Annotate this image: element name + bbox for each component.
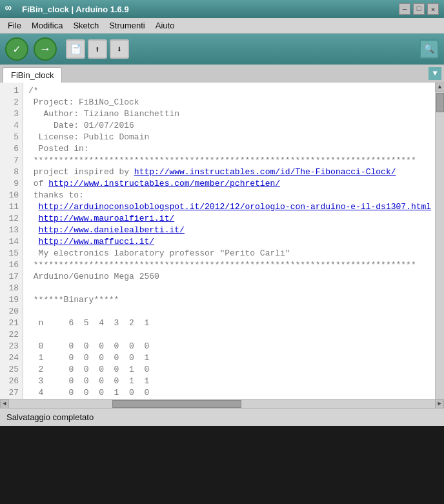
save-button[interactable]: ⬇	[110, 39, 129, 59]
menu-strumenti[interactable]: Strumenti	[104, 19, 150, 32]
new-button[interactable]: 📄	[66, 39, 85, 59]
menu-aiuto[interactable]: Aiuto	[150, 19, 180, 32]
upload-button[interactable]: →	[34, 37, 57, 61]
window-controls: — □ ✕	[399, 3, 439, 15]
save-status-text: Salvataggio completato	[6, 412, 94, 422]
window-title: FiBin_clock | Arduino 1.6.9	[22, 5, 129, 14]
horizontal-scrollbar[interactable]: ◄ ►	[0, 399, 444, 408]
editor-container: 1 2 3 4 5 6 7 8 9 10 11 12 13 14 15 16 1…	[0, 83, 444, 399]
title-bar-left: ∞ FiBin_clock | Arduino 1.6.9	[5, 3, 129, 15]
hscroll-thumb[interactable]	[112, 400, 241, 408]
tab-dropdown-button[interactable]: ▼	[429, 67, 441, 80]
open-button[interactable]: ⬆	[88, 39, 107, 59]
link-maffucci[interactable]: http://www.maffucci.it/	[39, 237, 154, 247]
link-danielealberti[interactable]: http://www.danielealberti.it/	[39, 225, 185, 235]
tab-bar: FiBin_clock ▼	[0, 65, 444, 83]
close-button[interactable]: ✕	[427, 3, 439, 15]
menu-bar: File Modifica Sketch Strumenti Aiuto	[0, 18, 444, 34]
link-pchretien[interactable]: http://www.instructables.com/member/pchr…	[48, 179, 280, 188]
link-arduinoconsoloblogspot[interactable]: http://arduinoconsoloblogspot.it/2012/12…	[39, 202, 432, 212]
title-bar: ∞ FiBin_clock | Arduino 1.6.9 — □ ✕	[0, 0, 444, 18]
toolbar: ✓ → 📄 ⬆ ⬇ 🔍	[0, 34, 444, 65]
search-button[interactable]: 🔍	[419, 39, 439, 59]
scroll-up-arrow[interactable]: ▲	[436, 83, 445, 92]
minimize-button[interactable]: —	[399, 3, 410, 15]
status-bar: Salvataggio completato	[0, 408, 444, 426]
scroll-thumb[interactable]	[436, 93, 444, 112]
menu-file[interactable]: File	[3, 19, 26, 32]
scroll-left-arrow[interactable]: ◄	[0, 399, 9, 408]
link-mauroalfieri[interactable]: http://www.mauroalfieri.it/	[39, 214, 175, 223]
menu-modifica[interactable]: Modifica	[26, 19, 68, 32]
code-editor[interactable]: /* Project: FiBiNo_Clock Author: Tiziano…	[23, 83, 435, 399]
vertical-scrollbar[interactable]: ▲	[435, 83, 444, 399]
scroll-right-arrow[interactable]: ►	[435, 399, 444, 408]
menu-sketch[interactable]: Sketch	[68, 19, 104, 32]
verify-button[interactable]: ✓	[5, 37, 28, 61]
tab-fibin-clock[interactable]: FiBin_clock	[3, 67, 62, 83]
output-panel	[0, 426, 444, 504]
maximize-button[interactable]: □	[413, 3, 425, 15]
arduino-logo-icon: ∞	[5, 3, 18, 15]
link-fibonacci-clock[interactable]: http://www.instructables.com/id/The-Fibo…	[134, 167, 396, 177]
line-numbers: 1 2 3 4 5 6 7 8 9 10 11 12 13 14 15 16 1…	[0, 83, 23, 399]
